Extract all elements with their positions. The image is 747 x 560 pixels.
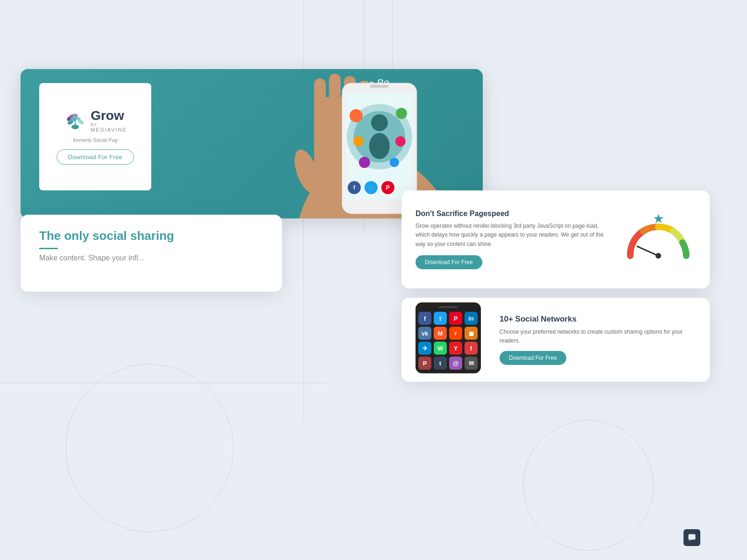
social-divider (39, 248, 58, 249)
icon-pocket: P (418, 357, 431, 370)
logo-formerly-text: formerly Social Pug (73, 137, 117, 143)
icon-flipboard: f (465, 342, 478, 355)
svg-text:🐦: 🐦 (368, 185, 374, 191)
networks-title: 10+ Social Networks (500, 315, 696, 324)
social-icons-grid: f t P in vk M r ◼ ✈ W Y f P t @ ✉ (418, 312, 478, 370)
svg-rect-12 (314, 78, 325, 116)
svg-rect-13 (329, 74, 340, 116)
svg-point-37 (655, 253, 661, 259)
pagespeed-download-button[interactable]: Download For Free (416, 255, 482, 269)
icon-vk: vk (418, 327, 431, 340)
logo-text-group: Grow BY MEDIAVINE (91, 109, 127, 133)
logo-box: Grow BY MEDIAVINE formerly Social Pug Do… (39, 83, 151, 190)
icon-yummly: Y (449, 342, 462, 355)
svg-point-27 (359, 157, 370, 168)
icon-telegram: ✈ (418, 342, 431, 355)
bg-circle-2 (523, 420, 654, 551)
logo-inner: Grow BY MEDIAVINE (63, 109, 127, 133)
svg-point-26 (395, 136, 405, 147)
svg-marker-39 (689, 540, 691, 541)
icon-whatsapp: W (434, 342, 447, 355)
svg-text:P: P (386, 184, 389, 191)
chat-fab-button[interactable] (684, 529, 700, 546)
pagespeed-text-area: Don't Sacrifice Pagespeed Grow operates … (416, 210, 612, 269)
chat-icon (688, 533, 696, 542)
icon-tumblr: t (434, 357, 447, 370)
icon-twitter: t (434, 312, 447, 325)
logo-mediavine-text: MEDIAVINE (91, 127, 127, 133)
svg-rect-18 (370, 85, 388, 88)
phone-top-bar (439, 306, 458, 308)
networks-card: f t P in vk M r ◼ ✈ W Y f P t @ ✉ 10+ So… (402, 298, 710, 382)
icon-facebook: f (418, 312, 431, 325)
grow-logo-icon (63, 109, 87, 133)
phone-grid: f t P in vk M r ◼ ✈ W Y f P t @ ✉ (416, 302, 481, 373)
social-sharing-card: The only social sharing Make content. Sh… (21, 215, 282, 292)
svg-point-28 (389, 158, 399, 167)
svg-point-23 (349, 109, 362, 122)
speedometer-gauge: ★ (621, 209, 696, 270)
logo-by-text: BY (91, 122, 127, 127)
icon-print: ✉ (465, 357, 478, 370)
social-subtitle: Make content. Shape your infl... (39, 254, 263, 262)
svg-point-22 (369, 133, 389, 159)
pagespeed-description: Grow operates without render-blocking 3r… (416, 222, 612, 249)
logo-grow-text: Grow (91, 109, 127, 122)
icon-mix: M (434, 327, 447, 340)
networks-text-area: 10+ Social Networks Choose your preferre… (500, 315, 696, 365)
svg-point-25 (353, 136, 363, 147)
svg-rect-38 (689, 534, 696, 540)
hero-download-button[interactable]: Download For Free (56, 149, 134, 165)
icon-buffer: ◼ (465, 327, 478, 340)
icon-linkedin: in (465, 312, 478, 325)
pagespeed-card: Don't Sacrifice Pagespeed Grow operates … (402, 190, 710, 288)
phone-social-illustration: f t P in vk M r ◼ ✈ W Y f P t @ ✉ (416, 302, 490, 377)
svg-point-21 (371, 114, 388, 131)
icon-reddit: r (449, 327, 462, 340)
icon-email: @ (449, 357, 462, 370)
networks-download-button[interactable]: Download For Free (500, 351, 566, 365)
svg-line-36 (637, 246, 658, 256)
networks-description: Choose your preferred networks to create… (500, 328, 696, 345)
pagespeed-title: Don't Sacrifice Pagespeed (416, 210, 612, 218)
bg-circle-1 (65, 364, 233, 532)
svg-point-24 (395, 108, 407, 119)
icon-pinterest: P (449, 312, 462, 325)
social-title: The only social sharing (39, 229, 263, 243)
